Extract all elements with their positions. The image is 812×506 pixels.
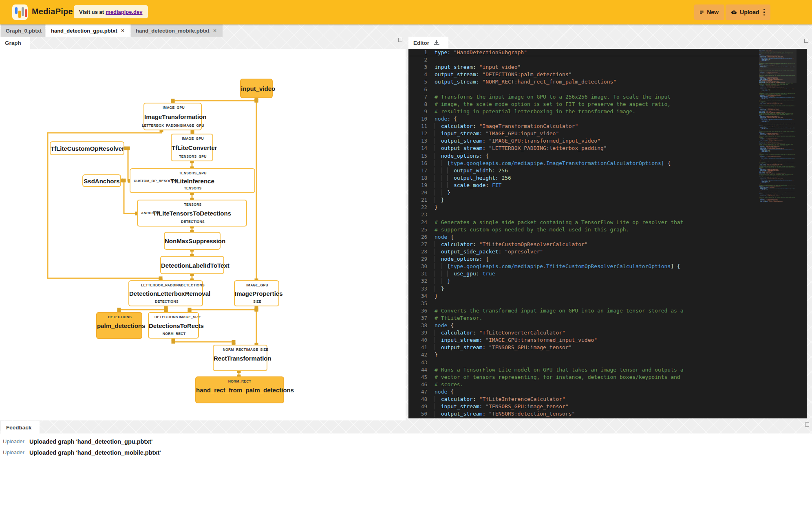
graph-node-label: ImageTransformation bbox=[144, 113, 201, 120]
code-line: 51 input_side_packet: "CUSTOM_OP_RESOLVE… bbox=[408, 418, 759, 418]
port-label: DETECTIONS bbox=[181, 220, 205, 224]
line-number: 40 bbox=[408, 337, 427, 344]
tab-editor[interactable]: Editor bbox=[408, 37, 448, 49]
graph-tab-label: Graph bbox=[5, 40, 21, 46]
editor-panel-expand-icon[interactable] bbox=[804, 39, 808, 43]
upload-menu-kebab-icon[interactable] bbox=[763, 9, 765, 16]
line-number: 7 bbox=[408, 93, 427, 101]
code-line: 5output_stream: "NORM_RECT:hand_rect_fro… bbox=[408, 78, 759, 86]
line-number: 38 bbox=[408, 322, 427, 329]
code-line: 20 } bbox=[408, 189, 759, 196]
download-icon[interactable] bbox=[433, 40, 440, 46]
feedback-source-label: Uploader bbox=[0, 449, 27, 455]
graph-node-ImageProperties[interactable]: ImagePropertiesIMAGE_GPUSIZE bbox=[234, 280, 279, 306]
editor-tab-label: Editor bbox=[413, 40, 429, 46]
graph-node-NonMaxSuppression[interactable]: NonMaxSuppression bbox=[164, 232, 221, 250]
graph-node-input_video[interactable]: input_video bbox=[240, 79, 273, 98]
new-button[interactable]: New bbox=[694, 4, 724, 20]
code-line: 21 } bbox=[408, 196, 759, 204]
port-label: IMAGE_GPU bbox=[182, 136, 204, 141]
line-number: 22 bbox=[408, 204, 427, 211]
code-line: 16 [type.googleapis.com/mediapipe.ImageT… bbox=[408, 160, 759, 167]
graph-node-label: palm_detections bbox=[97, 322, 141, 329]
feedback-tab-label: Feedback bbox=[6, 425, 31, 431]
line-number: 31 bbox=[408, 270, 427, 277]
editor-minimap[interactable]: type: "HandDetectionSubgraph"input_strea… bbox=[759, 50, 797, 418]
line-number: 49 bbox=[408, 403, 427, 410]
line-number: 16 bbox=[408, 160, 427, 167]
code-line: 15 node_options: { bbox=[408, 152, 759, 160]
tab-feedback[interactable]: Feedback bbox=[1, 421, 40, 433]
line-number: 33 bbox=[408, 285, 427, 293]
file-tab[interactable]: Graph_0.pbtxt✕ bbox=[1, 24, 45, 37]
mediapipe-visualizer: { "header": { "app_name": "MediaPipe", "… bbox=[0, 0, 812, 506]
graph-node-RectTransformation[interactable]: RectTransformationNORM_RECTIMAGE_SIZE bbox=[213, 345, 267, 371]
upload-button[interactable]: Upload bbox=[726, 4, 770, 20]
graph-node-label: DetectionsToRects bbox=[149, 322, 198, 329]
port-label: IMAGE_GPU bbox=[182, 123, 204, 128]
line-number: 32 bbox=[408, 277, 427, 285]
mediapipe-dev-link[interactable]: mediapipe.dev bbox=[106, 9, 142, 15]
code-line: 49 input_stream: "TENSORS_GPU:image_tens… bbox=[408, 403, 759, 410]
code-line: 40 input_stream: "IMAGE_GPU:transformed_… bbox=[408, 337, 759, 344]
graph-node-label: hand_rect_from_palm_detections bbox=[196, 387, 283, 394]
line-number: 13 bbox=[408, 137, 427, 145]
graph-node-TfLiteConverter[interactable]: TfLiteConverterIMAGE_GPUTENSORS_GPU bbox=[171, 134, 213, 161]
port-label: SIZE bbox=[253, 299, 261, 304]
visit-us-chip: Visit us at mediapipe.dev bbox=[74, 5, 148, 18]
line-number: 27 bbox=[408, 241, 427, 248]
cloud-upload-icon bbox=[731, 9, 737, 15]
line-number: 1 bbox=[408, 49, 427, 56]
graph-panel-expand-icon[interactable] bbox=[398, 38, 402, 42]
tab-graph[interactable]: Graph bbox=[0, 37, 30, 49]
line-number: 21 bbox=[408, 196, 427, 204]
code-line: 1type: "HandDetectionSubgraph" bbox=[408, 49, 759, 56]
graph-node-palm_detections[interactable]: palm_detectionsDETECTIONS bbox=[96, 312, 142, 339]
graph-node-DetectionLabelIdToText[interactable]: DetectionLabelIdToText bbox=[160, 256, 224, 274]
code-line: 28 output_side_packet: "opresolver" bbox=[408, 248, 759, 255]
code-line: 32 } bbox=[408, 277, 759, 285]
close-tab-icon[interactable]: ✕ bbox=[121, 28, 125, 33]
port-label: DETECTIONS bbox=[108, 315, 132, 319]
port-label: IMAGE_SIZE bbox=[246, 348, 268, 352]
editor-code-area[interactable]: 1type: "HandDetectionSubgraph"23input_st… bbox=[408, 49, 759, 418]
port-label: CUSTOM_OP_RESOLVER bbox=[134, 179, 179, 183]
code-line: 46# scores. bbox=[408, 381, 759, 388]
code-line: 12 input_stream: "IMAGE_GPU:input_video" bbox=[408, 130, 759, 137]
line-number: 11 bbox=[408, 123, 427, 130]
file-tab[interactable]: hand_detection_mobile.pbtxt✕ bbox=[131, 24, 223, 37]
code-line: 45# vector of tensors representing, for … bbox=[408, 374, 759, 381]
graph-node-DetectionsToRects[interactable]: DetectionsToRectsDETECTIONSIMAGE_SIZENOR… bbox=[148, 312, 199, 339]
file-tab-label: hand_detection_mobile.pbtxt bbox=[136, 28, 210, 34]
port-label: TENSORS bbox=[184, 202, 201, 207]
line-number: 14 bbox=[408, 145, 427, 152]
code-line: 33 } bbox=[408, 285, 759, 293]
close-tab-icon[interactable]: ✕ bbox=[213, 28, 217, 33]
line-number: 23 bbox=[408, 211, 427, 218]
line-number: 26 bbox=[408, 233, 427, 241]
graph-node-SsdAnchors[interactable]: SsdAnchors bbox=[82, 174, 121, 187]
code-line: 34} bbox=[408, 293, 759, 300]
graph-node-label: TfLiteConverter bbox=[172, 144, 212, 151]
graph-node-TfLiteInference[interactable]: TfLiteInferenceTENSORS_GPUTENSORSCUSTOM_… bbox=[130, 168, 255, 193]
code-line: 3input_stream: "input_video" bbox=[408, 64, 759, 71]
graph-node-hand_rect_from_palm_detections[interactable]: hand_rect_from_palm_detectionsNORM_RECT bbox=[195, 376, 284, 403]
code-line: 26node { bbox=[408, 233, 759, 241]
graph-node-TfLiteTensorsToDetections[interactable]: TfLiteTensorsToDetectionsTENSORSDETECTIO… bbox=[137, 200, 247, 227]
graph-node-TfLiteCustomOpResolver[interactable]: TfLiteCustomOpResolver bbox=[50, 141, 124, 155]
port-label: NORM_RECT bbox=[228, 379, 252, 383]
graph-node-DetectionLetterboxRemoval[interactable]: DetectionLetterboxRemovalLETTERBOX_PADDI… bbox=[128, 280, 203, 306]
file-tab[interactable]: hand_detection_gpu.pbtxt✕ bbox=[46, 24, 130, 37]
code-line: 13 output_stream: "IMAGE_GPU:transformed… bbox=[408, 137, 759, 145]
feedback-source-label: Uploader bbox=[0, 438, 27, 444]
graph-node-ImageTransformation[interactable]: ImageTransformationIMAGE_GPULETTERBOX_PA… bbox=[143, 103, 202, 130]
line-number: 28 bbox=[408, 248, 427, 255]
graph-canvas[interactable]: input_videoImageTransformationIMAGE_GPUL… bbox=[0, 49, 406, 420]
line-number: 29 bbox=[408, 255, 427, 263]
code-line: 50 output_stream: "TENSORS:detection_ten… bbox=[408, 410, 759, 418]
line-number: 17 bbox=[408, 167, 427, 174]
code-line: 36# Converts the transformed input image… bbox=[408, 307, 759, 315]
upload-button-label: Upload bbox=[740, 9, 759, 15]
port-label: ANCHORS bbox=[141, 211, 159, 215]
port-label: DETECTIONS bbox=[154, 315, 178, 319]
